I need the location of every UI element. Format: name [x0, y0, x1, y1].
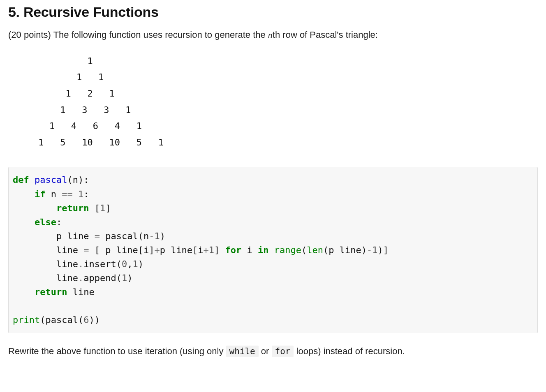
kw-if: if	[35, 189, 46, 199]
builtin-range: range	[274, 245, 301, 255]
kw-return: return	[56, 203, 89, 213]
task-text-2: or	[259, 346, 272, 356]
task-text-1: Rewrite the above function to use iterat…	[8, 346, 226, 356]
pascals-triangle: 1 1 1 1 2 1 1 3 3 1 1 4 6 4 1 1 5 10 10 …	[8, 53, 538, 151]
builtin-print: print	[13, 315, 40, 325]
intro-suffix: th row of Pascal's triangle:	[273, 30, 378, 40]
task-text-3: loops) instead of recursion.	[294, 346, 405, 356]
kw-in: in	[258, 245, 269, 255]
inline-code-while: while	[226, 346, 259, 357]
fn-name: pascal	[35, 175, 67, 185]
kw-for: for	[225, 245, 242, 255]
kw-def: def	[13, 175, 29, 185]
document-page: 5. Recursive Functions (20 points) The f…	[0, 4, 546, 374]
kw-return: return	[35, 287, 67, 297]
task-paragraph: Rewrite the above function to use iterat…	[8, 345, 538, 358]
builtin-len: len	[307, 245, 323, 255]
inline-code-for: for	[272, 346, 294, 357]
kw-else: else	[35, 217, 56, 227]
section-heading: 5. Recursive Functions	[8, 4, 538, 20]
variable-n: n	[268, 30, 273, 40]
intro-prefix: (20 points) The following function uses …	[8, 30, 268, 40]
code-block: def pascal(n): if n == 1: return [1] els…	[8, 167, 538, 333]
intro-paragraph: (20 points) The following function uses …	[8, 28, 538, 42]
